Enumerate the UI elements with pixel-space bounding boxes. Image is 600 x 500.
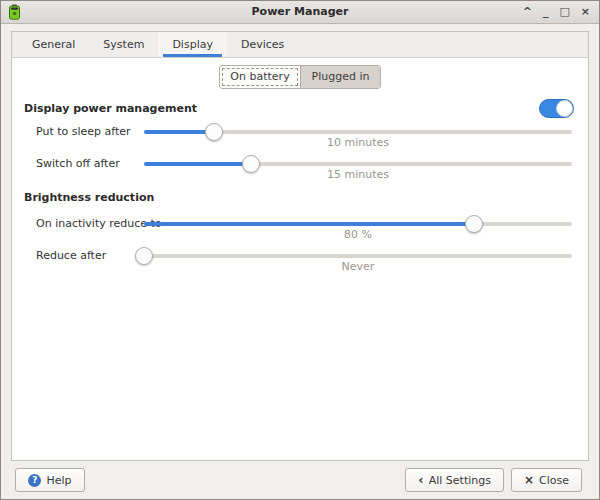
tab-devices[interactable]: Devices xyxy=(227,32,298,57)
all-settings-button-label: All Settings xyxy=(429,474,491,487)
close-button-label: Close xyxy=(539,474,569,487)
window-title: Power Manager xyxy=(1,1,599,23)
close-x-icon: × xyxy=(524,473,534,487)
slider-fill xyxy=(144,162,251,166)
dpm-toggle-switch[interactable] xyxy=(539,99,574,118)
sleep-slider-value: 10 minutes xyxy=(144,136,572,149)
window-controls: ^ _ □ × xyxy=(523,1,590,23)
footer-bar: ? Help ‹ All Settings × Close xyxy=(1,461,599,499)
brightness-level-slider-label: On inactivity reduce to xyxy=(36,217,144,230)
sleep-slider-row: Put to sleep after 10 minutes xyxy=(36,119,572,151)
switch-off-slider-label: Switch off after xyxy=(36,157,144,170)
display-power-management-row: Display power management xyxy=(24,99,574,117)
reduce-after-slider-value: Never xyxy=(144,260,572,273)
display-tab-page: On battery Plugged in Display power mana… xyxy=(12,65,588,275)
on-battery-button[interactable]: On battery xyxy=(220,66,300,88)
reduce-after-slider[interactable] xyxy=(144,254,572,258)
brightness-level-slider[interactable] xyxy=(144,222,572,226)
reduce-after-slider-label: Reduce after xyxy=(36,249,144,262)
slider-fill xyxy=(144,130,214,134)
minimize-icon[interactable]: _ xyxy=(543,1,549,23)
help-icon: ? xyxy=(28,474,41,487)
switch-off-slider[interactable] xyxy=(144,162,572,166)
settings-notebook: General System Display Devices On batter… xyxy=(11,31,589,461)
section-title-dpm: Display power management xyxy=(24,102,197,115)
reduce-after-slider-row: Reduce after Never xyxy=(36,243,572,275)
maximize-icon[interactable]: □ xyxy=(559,1,569,23)
help-button-label: Help xyxy=(46,474,71,487)
sleep-slider-label: Put to sleep after xyxy=(36,125,144,138)
close-button[interactable]: × Close xyxy=(511,468,582,492)
power-manager-window: Power Manager ^ _ □ × General System Dis… xyxy=(0,0,600,500)
tab-bar: General System Display Devices xyxy=(12,32,588,58)
brightness-level-slider-value: 80 % xyxy=(144,228,572,241)
close-icon[interactable]: × xyxy=(581,1,590,23)
switch-off-slider-row: Switch off after 15 minutes xyxy=(36,151,572,183)
power-source-selector: On battery Plugged in xyxy=(12,65,588,89)
plugged-in-button[interactable]: Plugged in xyxy=(300,66,380,88)
shade-icon[interactable]: ^ xyxy=(523,1,532,23)
slider-fill xyxy=(144,222,474,226)
titlebar: Power Manager ^ _ □ × xyxy=(1,1,599,24)
section-title-brightness: Brightness reduction xyxy=(24,191,588,207)
back-chevron-icon: ‹ xyxy=(418,475,423,485)
tab-system[interactable]: System xyxy=(89,32,158,57)
brightness-level-slider-row: On inactivity reduce to 80 % xyxy=(36,211,572,243)
sleep-slider[interactable] xyxy=(144,130,572,134)
switch-off-slider-value: 15 minutes xyxy=(144,168,572,181)
toggle-knob xyxy=(556,100,573,117)
help-button[interactable]: ? Help xyxy=(15,468,85,492)
tab-display[interactable]: Display xyxy=(158,32,227,57)
tab-general[interactable]: General xyxy=(18,32,89,57)
all-settings-button[interactable]: ‹ All Settings xyxy=(405,468,504,492)
